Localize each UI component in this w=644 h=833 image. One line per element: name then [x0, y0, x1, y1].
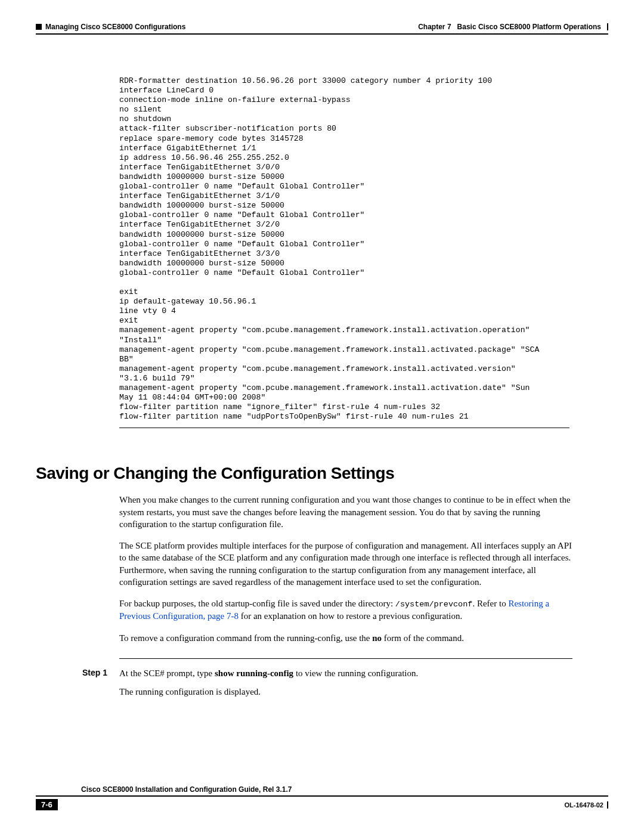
vertical-rule-icon [607, 801, 608, 809]
doc-id-text: OL-16478-02 [565, 801, 603, 809]
header-rule [36, 33, 608, 35]
footer-guide-title: Cisco SCE8000 Installation and Configura… [81, 785, 608, 794]
footer-doc-id: OL-16478-02 [565, 801, 608, 809]
step-label: Step 1 [82, 667, 119, 698]
header-left: Managing Cisco SCE8000 Configurations [36, 23, 185, 31]
vertical-rule-icon [607, 23, 608, 30]
text: for an explanation on how to restore a p… [239, 611, 462, 621]
body-paragraph: When you make changes to the current run… [119, 494, 572, 530]
header-right: Chapter 7 Basic Cisco SCE8000 Platform O… [418, 23, 608, 31]
chapter-label: Chapter 7 [418, 23, 451, 31]
body-paragraph: To remove a configuration command from t… [119, 632, 572, 644]
bold-text: show running-config [215, 668, 293, 678]
section-heading: Saving or Changing the Configuration Set… [36, 464, 608, 483]
body-paragraph: For backup purposes, the old startup-con… [119, 597, 572, 622]
step-row: Step 1 At the SCE# prompt, type show run… [82, 667, 572, 698]
text: At the SCE# prompt, type [119, 668, 215, 678]
text: to view the running configuration. [293, 668, 418, 678]
page-number: 7-6 [36, 799, 58, 810]
footer-bottom-row: 7-6 OL-16478-02 [36, 799, 608, 810]
footer-rule [36, 795, 608, 797]
text: For backup purposes, the old startup-con… [119, 599, 395, 608]
section-title: Managing Cisco SCE8000 Configurations [45, 23, 185, 31]
config-code-block: RDR-formatter destination 10.56.96.26 po… [119, 76, 569, 428]
square-bullet-icon [36, 24, 42, 30]
text: form of the command. [382, 633, 464, 643]
step-line: At the SCE# prompt, type show running-co… [119, 667, 572, 680]
page-footer: Cisco SCE8000 Installation and Configura… [36, 785, 608, 810]
step-body: At the SCE# prompt, type show running-co… [119, 667, 572, 698]
text: . Refer to [472, 599, 508, 608]
page-header: Managing Cisco SCE8000 Configurations Ch… [36, 23, 608, 31]
step-line: The running configuration is displayed. [119, 686, 572, 698]
horizontal-separator [119, 658, 572, 659]
bold-text: no [372, 633, 382, 643]
inline-code: /system/prevconf [395, 600, 473, 609]
document-page: Managing Cisco SCE8000 Configurations Ch… [0, 0, 644, 833]
body-paragraph: The SCE platform provides multiple inter… [119, 540, 572, 588]
chapter-title: Basic Cisco SCE8000 Platform Operations [457, 23, 601, 31]
text: To remove a configuration command from t… [119, 633, 372, 643]
